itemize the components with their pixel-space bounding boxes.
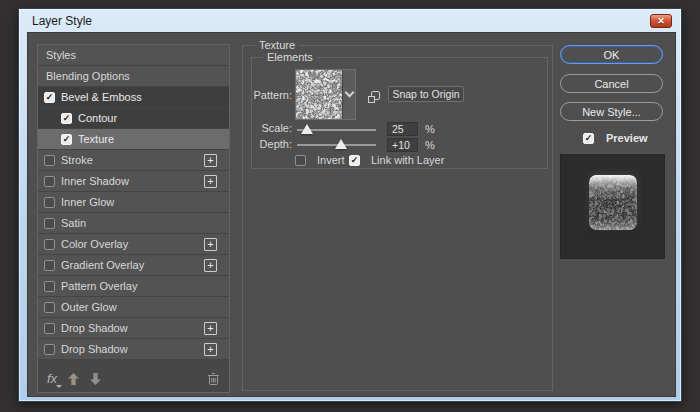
texture-checkbox[interactable]: ✓ xyxy=(61,134,72,145)
gradient-overlay-add-instance-button[interactable]: + xyxy=(204,259,217,272)
sidebar-item-label: Blending Options xyxy=(46,70,130,82)
fx-menu-button[interactable]: fx xyxy=(47,371,57,386)
sidebar-item-stroke[interactable]: ✓Stroke+ xyxy=(38,150,229,171)
snap-to-origin-button[interactable]: Snap to Origin xyxy=(388,86,464,102)
depth-label: Depth: xyxy=(252,138,292,150)
drop-shadow-checkbox[interactable]: ✓ xyxy=(44,323,55,334)
sidebar-item-drop-shadow[interactable]: ✓Drop Shadow+ xyxy=(38,339,229,360)
sidebar-item-bevel-emboss[interactable]: ✓Bevel & Emboss xyxy=(38,87,229,108)
scale-value-input[interactable]: 25 xyxy=(387,122,418,136)
drop-shadow-add-instance-button[interactable]: + xyxy=(204,322,217,335)
move-down-arrow-icon[interactable] xyxy=(90,373,101,385)
pattern-picker[interactable] xyxy=(295,69,356,120)
sidebar-item-contour[interactable]: ✓Contour xyxy=(38,108,229,129)
sidebar-item-label: Bevel & Emboss xyxy=(61,91,142,103)
sidebar-item-label: Gradient Overlay xyxy=(61,259,144,271)
gradient-overlay-checkbox[interactable]: ✓ xyxy=(44,260,55,271)
contour-checkbox[interactable]: ✓ xyxy=(61,113,72,124)
preview-label: Preview xyxy=(606,132,648,144)
depth-slider[interactable] xyxy=(297,137,376,151)
satin-checkbox[interactable]: ✓ xyxy=(44,218,55,229)
link-with-layer-checkbox-row[interactable]: ✓ Link with Layer xyxy=(349,154,444,166)
inner-glow-checkbox[interactable]: ✓ xyxy=(44,197,55,208)
ok-button[interactable]: OK xyxy=(560,45,663,64)
scale-label: Scale: xyxy=(252,122,292,134)
scale-slider[interactable] xyxy=(297,122,376,136)
panel-title: Texture xyxy=(255,39,299,51)
sidebar-item-label: Drop Shadow xyxy=(61,322,128,334)
sidebar-item-blending-options[interactable]: Blending Options xyxy=(38,66,229,87)
style-preview-area xyxy=(560,154,665,259)
sidebar-item-label: Styles xyxy=(46,49,76,61)
titlebar[interactable]: Layer Style ✕ xyxy=(19,9,681,32)
sidebar-item-drop-shadow[interactable]: ✓Drop Shadow+ xyxy=(38,318,229,339)
link-with-layer-checkbox[interactable]: ✓ xyxy=(349,155,360,166)
pattern-thumbnail[interactable] xyxy=(296,70,343,119)
sidebar-item-label: Color Overlay xyxy=(61,238,128,250)
sidebar-item-inner-shadow[interactable]: ✓Inner Shadow+ xyxy=(38,171,229,192)
sidebar-item-pattern-overlay[interactable]: ✓Pattern Overlay xyxy=(38,276,229,297)
sidebar-item-label: Outer Glow xyxy=(61,301,117,313)
sidebar-item-label: Drop Shadow xyxy=(61,343,128,355)
sidebar-item-label: Texture xyxy=(78,133,114,145)
sidebar-item-label: Stroke xyxy=(61,154,93,166)
invert-checkbox-row[interactable]: ✓ Invert xyxy=(295,154,345,166)
depth-value-input[interactable]: +10 xyxy=(387,138,418,152)
sidebar-item-inner-glow[interactable]: ✓Inner Glow xyxy=(38,192,229,213)
preview-checkbox-row[interactable]: ✓ Preview xyxy=(583,132,648,144)
sidebar-item-label: Satin xyxy=(61,217,86,229)
close-button[interactable]: ✕ xyxy=(650,14,672,28)
sidebar-item-label: Pattern Overlay xyxy=(61,280,137,292)
chevron-down-icon xyxy=(344,88,354,98)
pattern-overlay-checkbox[interactable]: ✓ xyxy=(44,281,55,292)
drop-shadow-add-instance-button[interactable]: + xyxy=(204,343,217,356)
color-overlay-add-instance-button[interactable]: + xyxy=(204,238,217,251)
sidebar-item-gradient-overlay[interactable]: ✓Gradient Overlay+ xyxy=(38,255,229,276)
new-pattern-preset-icon[interactable] xyxy=(368,89,380,107)
styles-sidebar: StylesBlending Options✓Bevel & Emboss✓Co… xyxy=(37,44,230,393)
pattern-dropdown-button[interactable] xyxy=(343,70,355,119)
sidebar-item-label: Inner Glow xyxy=(61,196,114,208)
scale-slider-thumb[interactable] xyxy=(301,124,313,134)
sidebar-item-outer-glow[interactable]: ✓Outer Glow xyxy=(38,297,229,318)
elements-group: Elements Pattern: Snap to Ori xyxy=(251,57,548,169)
dialog-title: Layer Style xyxy=(32,14,92,28)
close-icon: ✕ xyxy=(657,16,665,26)
preview-checkbox[interactable]: ✓ xyxy=(583,133,594,144)
texture-panel: Texture Elements Pattern: xyxy=(242,45,553,391)
invert-checkbox[interactable]: ✓ xyxy=(295,155,306,166)
sidebar-footer-toolbar: fx xyxy=(38,365,229,392)
trash-icon[interactable] xyxy=(207,372,220,386)
stroke-add-instance-button[interactable]: + xyxy=(204,154,217,167)
layer-style-dialog: Layer Style ✕ StylesBlending Options✓Bev… xyxy=(18,8,682,402)
outer-glow-checkbox[interactable]: ✓ xyxy=(44,302,55,313)
depth-slider-thumb[interactable] xyxy=(335,139,347,149)
bevel-highlight-overlay xyxy=(589,175,637,230)
sidebar-item-color-overlay[interactable]: ✓Color Overlay+ xyxy=(38,234,229,255)
bevel-emboss-checkbox[interactable]: ✓ xyxy=(44,92,55,103)
elements-group-title: Elements xyxy=(263,51,317,63)
inner-shadow-checkbox[interactable]: ✓ xyxy=(44,176,55,187)
cancel-button[interactable]: Cancel xyxy=(560,74,663,93)
drop-shadow-checkbox[interactable]: ✓ xyxy=(44,344,55,355)
stroke-checkbox[interactable]: ✓ xyxy=(44,155,55,166)
link-with-layer-label: Link with Layer xyxy=(371,154,444,166)
pattern-label: Pattern: xyxy=(252,89,292,101)
sidebar-item-styles[interactable]: Styles xyxy=(38,45,229,66)
new-style-button[interactable]: New Style... xyxy=(560,102,663,121)
sidebar-item-label: Contour xyxy=(78,112,117,124)
sidebar-list: StylesBlending Options✓Bevel & Emboss✓Co… xyxy=(38,45,229,360)
sidebar-item-texture[interactable]: ✓Texture xyxy=(38,129,229,150)
move-up-arrow-icon[interactable] xyxy=(68,373,79,385)
color-overlay-checkbox[interactable]: ✓ xyxy=(44,239,55,250)
scale-unit: % xyxy=(425,123,435,135)
style-preview-thumbnail xyxy=(589,175,637,230)
invert-label: Invert xyxy=(317,154,345,166)
dialog-body: StylesBlending Options✓Bevel & Emboss✓Co… xyxy=(27,32,676,397)
inner-shadow-add-instance-button[interactable]: + xyxy=(204,175,217,188)
depth-unit: % xyxy=(425,139,435,151)
sidebar-item-label: Inner Shadow xyxy=(61,175,129,187)
sidebar-item-satin[interactable]: ✓Satin xyxy=(38,213,229,234)
